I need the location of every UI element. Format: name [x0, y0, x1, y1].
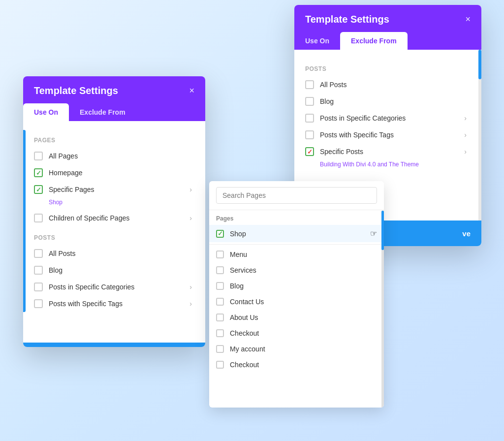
modal1-children-checkbox[interactable] — [34, 214, 43, 222]
modal2-save-button[interactable]: ve — [462, 229, 471, 238]
modal2-specific-posts-arrow: › — [464, 148, 467, 156]
modal1-save-button[interactable]: Save — [23, 343, 205, 347]
modal1-specific-tags-row[interactable]: Posts with Specific Tags › — [23, 295, 203, 312]
modal2-specific-categories-checkbox[interactable] — [305, 114, 314, 123]
search-pages-section: Pages — [209, 210, 384, 225]
modal2-all-posts-label: All Posts — [320, 81, 467, 89]
cursor-icon: ☞ — [370, 229, 377, 238]
modal1-specific-pages-label: Specific Pages — [49, 186, 184, 193]
modal1-homepage-label: Homepage — [49, 169, 192, 177]
modal1-specific-pages-sub: Shop — [23, 198, 203, 210]
modal1-tabs: Use On Exclude From — [23, 103, 205, 121]
modal2-specific-posts-label: Specific Posts — [320, 148, 458, 156]
template-settings-modal-left: Template Settings × Use On Exclude From … — [23, 76, 205, 347]
modal2-all-posts-row[interactable]: All Posts — [294, 76, 477, 93]
modal1-specific-categories-label: Posts in Specific Categories — [49, 283, 184, 291]
search-panel: Pages ✓ Shop ☞ Menu Services Blog Contac… — [209, 181, 384, 408]
modal2-close-button[interactable]: × — [465, 14, 471, 32]
modal1-title: Template Settings — [34, 85, 118, 103]
search-input-wrap — [209, 181, 384, 210]
modal2-posts-section: Posts — [294, 65, 477, 76]
modal1-specific-pages-arrow: › — [189, 186, 192, 193]
modal1-children-label: Children of Specific Pages — [49, 214, 184, 222]
modal1-specific-categories-checkbox[interactable] — [34, 283, 43, 291]
modal2-specific-posts-sub: Building With Divi 4.0 and The Theme — [294, 160, 477, 172]
modal2-header: Template Settings × — [294, 5, 481, 32]
modal2-specific-categories-arrow: › — [464, 114, 467, 122]
modal1-tab-use-on[interactable]: Use On — [23, 103, 69, 121]
modal1-all-posts-label: All Posts — [49, 250, 192, 257]
search-item-about-us[interactable]: About Us — [209, 310, 384, 325]
modal1-specific-tags-arrow: › — [189, 300, 192, 308]
search-checkout-checkbox[interactable] — [216, 329, 224, 337]
modal2-title: Template Settings — [305, 14, 389, 32]
search-pages-input[interactable] — [216, 187, 377, 204]
search-item-menu[interactable]: Menu — [209, 247, 384, 262]
search-services-checkbox[interactable] — [216, 266, 224, 274]
search-menu-label: Menu — [230, 251, 377, 258]
search-item-shop[interactable]: ✓ Shop ☞ — [209, 225, 384, 242]
modal2-specific-tags-row[interactable]: Posts with Specific Tags › — [294, 126, 477, 143]
search-shop-checkbox[interactable]: ✓ — [216, 230, 224, 238]
search-panel-body: Pages ✓ Shop ☞ Menu Services Blog Contac… — [209, 210, 384, 408]
modal2-specific-categories-row[interactable]: Posts in Specific Categories › — [294, 110, 477, 126]
search-checkout-label: Checkout — [230, 329, 377, 337]
search-checkout2-checkbox[interactable] — [216, 361, 224, 369]
search-contact-checkbox[interactable] — [216, 298, 224, 306]
modal2-specific-tags-label: Posts with Specific Tags — [320, 131, 458, 139]
modal1-all-pages-row[interactable]: All Pages — [23, 148, 203, 164]
search-myaccount-label: My account — [230, 345, 377, 353]
search-item-blog[interactable]: Blog — [209, 278, 384, 294]
modal2-blog-checkbox[interactable] — [305, 97, 314, 106]
search-blog-label: Blog — [230, 282, 377, 290]
modal1-specific-pages-row[interactable]: ✓ Specific Pages › — [23, 181, 203, 198]
search-menu-checkbox[interactable] — [216, 251, 224, 258]
modal2-tab-use-on[interactable]: Use On — [294, 32, 340, 50]
search-services-label: Services — [230, 266, 377, 274]
modal1-blog-checkbox[interactable] — [34, 266, 43, 275]
modal1-body: Pages All Pages ✓ Homepage ✓ Specific Pa… — [23, 121, 205, 343]
modal2-specific-tags-arrow: › — [464, 131, 467, 139]
modal1-tab-exclude-from[interactable]: Exclude From — [69, 103, 136, 121]
modal1-specific-tags-checkbox[interactable] — [34, 299, 43, 308]
modal2-specific-categories-label: Posts in Specific Categories — [320, 114, 458, 122]
modal1-homepage-row[interactable]: ✓ Homepage — [23, 164, 203, 181]
modal1-children-arrow: › — [189, 214, 192, 222]
modal1-specific-categories-arrow: › — [189, 283, 192, 291]
modal1-all-posts-checkbox[interactable] — [34, 249, 43, 258]
modal1-blog-row[interactable]: Blog — [23, 262, 203, 279]
search-myaccount-checkbox[interactable] — [216, 345, 224, 353]
search-item-contact-us[interactable]: Contact Us — [209, 294, 384, 310]
modal1-homepage-checkbox[interactable]: ✓ — [34, 168, 43, 177]
modal2-tabs: Use On Exclude From — [294, 32, 481, 50]
search-checkout2-label: Checkout — [230, 361, 377, 369]
modal1-all-pages-checkbox[interactable] — [34, 152, 43, 160]
search-shop-label: Shop — [230, 230, 362, 238]
modal2-specific-posts-checkbox[interactable]: ✓ — [305, 147, 314, 156]
search-about-label: About Us — [230, 314, 377, 321]
search-item-services[interactable]: Services — [209, 262, 384, 278]
modal1-children-row[interactable]: Children of Specific Pages › — [23, 210, 203, 226]
search-blog-checkbox[interactable] — [216, 282, 224, 290]
search-divider — [209, 244, 384, 245]
modal1-pages-section: Pages — [23, 137, 203, 148]
modal1-all-posts-row[interactable]: All Posts — [23, 245, 203, 262]
modal1-all-pages-label: All Pages — [49, 152, 192, 160]
modal2-blog-row[interactable]: Blog — [294, 93, 477, 110]
search-about-checkbox[interactable] — [216, 314, 224, 321]
modal2-all-posts-checkbox[interactable] — [305, 80, 314, 89]
search-item-checkout2[interactable]: Checkout — [209, 357, 384, 373]
search-item-my-account[interactable]: My account — [209, 341, 384, 357]
search-contact-label: Contact Us — [230, 298, 377, 306]
modal2-specific-posts-row[interactable]: ✓ Specific Posts › — [294, 143, 477, 160]
modal1-header: Template Settings × — [23, 76, 205, 103]
modal2-tab-exclude-from[interactable]: Exclude From — [340, 32, 408, 50]
modal1-close-button[interactable]: × — [189, 86, 194, 103]
modal1-specific-pages-checkbox[interactable]: ✓ — [34, 185, 43, 194]
modal1-specific-tags-label: Posts with Specific Tags — [49, 300, 184, 308]
modal1-specific-categories-row[interactable]: Posts in Specific Categories › — [23, 279, 203, 295]
search-item-checkout[interactable]: Checkout — [209, 325, 384, 341]
modal2-specific-tags-checkbox[interactable] — [305, 130, 314, 139]
modal1-blog-label: Blog — [49, 266, 192, 274]
modal2-blog-label: Blog — [320, 97, 467, 105]
